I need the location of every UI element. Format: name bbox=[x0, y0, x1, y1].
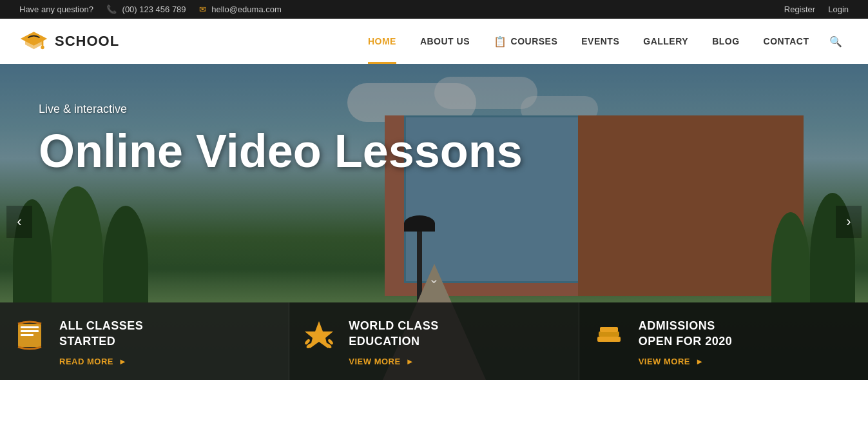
hero-section: Live & interactive Online Video Lessons … bbox=[0, 64, 868, 380]
logo[interactable]: SCHOOL bbox=[19, 27, 119, 56]
hero-title: Online Video Lessons bbox=[39, 126, 523, 177]
hero-prev-button[interactable]: ‹ bbox=[6, 206, 32, 238]
card-link-admissions[interactable]: VIEW MORE ► bbox=[639, 357, 704, 366]
top-bar: Have any question? 📞 (00) 123 456 789 ✉ … bbox=[0, 0, 868, 19]
phone-contact: 📞 (00) 123 456 789 bbox=[106, 5, 186, 14]
hero-subtitle: Live & interactive bbox=[39, 103, 523, 116]
card-link-education[interactable]: VIEW MORE ► bbox=[349, 357, 414, 366]
svg-rect-5 bbox=[21, 326, 39, 328]
email-address: hello@eduma.com bbox=[211, 5, 282, 14]
nav-item-blog[interactable]: BLOG bbox=[702, 19, 749, 64]
main-nav: HOME ABOUT US 📋 COURSES EVENTS GALLERY B… bbox=[358, 19, 849, 64]
nav-item-home[interactable]: HOME bbox=[358, 19, 407, 64]
card-title-classes: ALL CLASSESSTARTED bbox=[59, 319, 143, 349]
card-link-arrow-2: ► bbox=[406, 357, 414, 366]
question-text: Have any question? bbox=[19, 5, 93, 14]
logo-text: SCHOOL bbox=[55, 33, 119, 50]
phone-number: (00) 123 456 789 bbox=[122, 5, 186, 14]
card-icon-books bbox=[592, 319, 626, 357]
hero-card-admissions: ADMISSIONSOPEN FOR 2020 VIEW MORE ► bbox=[579, 302, 868, 380]
svg-rect-6 bbox=[21, 330, 39, 332]
mail-icon: ✉ bbox=[199, 5, 206, 14]
svg-rect-7 bbox=[21, 334, 34, 336]
search-button[interactable]: 🔍 bbox=[823, 19, 849, 64]
hero-cards: ALL CLASSESSTARTED READ MORE ► bbox=[0, 302, 868, 380]
scroll-indicator: ⌄ bbox=[429, 271, 439, 286]
card-icon-book bbox=[13, 319, 46, 357]
logo-icon bbox=[19, 27, 48, 56]
courses-book-icon: 📋 bbox=[494, 35, 507, 48]
svg-rect-13 bbox=[597, 337, 621, 342]
nav-item-about[interactable]: ABOUT US bbox=[410, 19, 480, 64]
email-contact: ✉ hello@eduma.com bbox=[199, 5, 282, 14]
login-link[interactable]: Login bbox=[828, 5, 849, 14]
register-link[interactable]: Register bbox=[784, 5, 815, 14]
top-bar-right: Register Login bbox=[784, 5, 849, 14]
hero-content: Live & interactive Online Video Lessons bbox=[39, 103, 523, 177]
nav-item-gallery[interactable]: GALLERY bbox=[633, 19, 699, 64]
card-title-education: WORLD CLASSEDUCATION bbox=[349, 319, 439, 349]
card-content-classes: ALL CLASSESSTARTED READ MORE ► bbox=[59, 319, 143, 367]
hero-card-education: WORLD CLASSEDUCATION VIEW MORE ► bbox=[289, 302, 579, 380]
header: SCHOOL HOME ABOUT US 📋 COURSES EVENTS GA… bbox=[0, 19, 868, 64]
card-icon-star bbox=[302, 319, 336, 357]
svg-rect-14 bbox=[599, 331, 619, 337]
nav-item-courses[interactable]: 📋 COURSES bbox=[483, 19, 568, 64]
top-bar-left: Have any question? 📞 (00) 123 456 789 ✉ … bbox=[19, 5, 282, 14]
phone-icon: 📞 bbox=[106, 5, 117, 14]
card-title-admissions: ADMISSIONSOPEN FOR 2020 bbox=[639, 319, 733, 349]
card-content-education: WORLD CLASSEDUCATION VIEW MORE ► bbox=[349, 319, 439, 367]
hero-next-button[interactable]: › bbox=[836, 206, 862, 238]
hero-card-classes: ALL CLASSESSTARTED READ MORE ► bbox=[0, 302, 289, 380]
card-link-arrow-3: ► bbox=[695, 357, 704, 366]
card-link-arrow-1: ► bbox=[119, 357, 127, 366]
card-content-admissions: ADMISSIONSOPEN FOR 2020 VIEW MORE ► bbox=[639, 319, 733, 367]
svg-rect-15 bbox=[600, 327, 618, 332]
card-link-classes[interactable]: READ MORE ► bbox=[59, 357, 127, 366]
nav-item-events[interactable]: EVENTS bbox=[571, 19, 630, 64]
nav-item-contact[interactable]: CONTACT bbox=[753, 19, 820, 64]
svg-point-3 bbox=[41, 45, 44, 48]
